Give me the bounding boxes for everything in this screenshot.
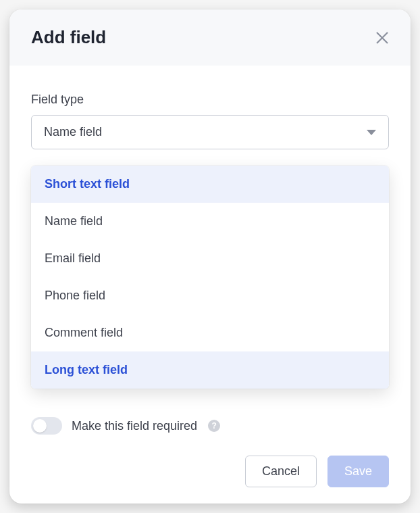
required-toggle-row: Make this field required ? [31,417,220,435]
toggle-knob [33,419,47,433]
field-type-select[interactable]: Name field [31,115,389,149]
dropdown-group-long-text[interactable]: Long text field [31,351,389,389]
modal-footer: Cancel Save [245,456,389,487]
required-toggle-label: Make this field required [72,419,197,433]
cancel-button[interactable]: Cancel [245,456,317,487]
save-button[interactable]: Save [327,456,389,487]
field-type-selected-value: Name field [44,125,102,139]
close-icon[interactable] [373,28,392,47]
dropdown-group-short-text[interactable]: Short text field [31,166,389,203]
dropdown-item-comment-field[interactable]: Comment field [31,314,389,351]
help-icon[interactable]: ? [208,420,220,432]
dropdown-item-phone-field[interactable]: Phone field [31,277,389,314]
dropdown-item-name-field[interactable]: Name field [31,203,389,240]
modal-header: Add field [9,9,411,66]
modal-body: Field type Name field Short text field N… [9,66,411,163]
modal-title: Add field [31,27,106,48]
required-toggle[interactable] [31,417,62,435]
field-type-dropdown: Short text field Name field Email field … [31,166,389,389]
add-field-modal: Add field Field type Name field Short te… [9,9,411,504]
dropdown-item-email-field[interactable]: Email field [31,240,389,277]
chevron-down-icon [367,130,376,135]
field-type-label: Field type [31,93,389,107]
